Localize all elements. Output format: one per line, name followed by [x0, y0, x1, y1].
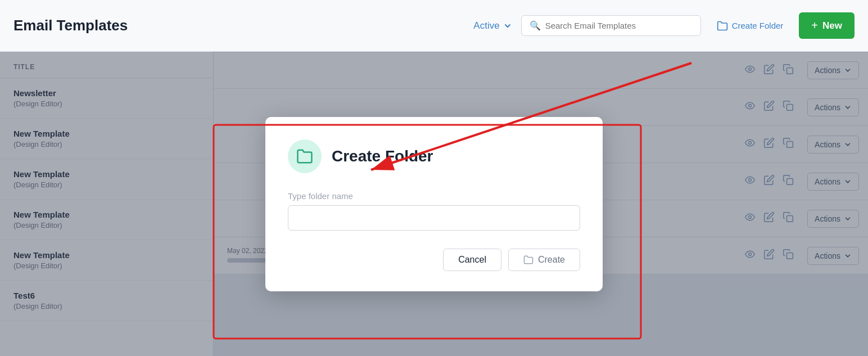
modal-folder-icon-circle — [288, 139, 322, 173]
page-title: Email Templates — [13, 17, 128, 34]
new-button[interactable]: + New — [799, 12, 855, 39]
modal-footer: Cancel Create — [288, 249, 580, 271]
search-box: 🔍 — [521, 15, 701, 36]
create-folder-modal: Create Folder Type folder name Cancel Cr… — [265, 117, 603, 291]
create-folder-button[interactable]: Create Folder — [710, 16, 790, 36]
filter-label: Active — [473, 20, 499, 31]
chevron-down-icon — [503, 21, 512, 30]
cancel-button[interactable]: Cancel — [443, 249, 501, 271]
folder-icon-small — [523, 255, 534, 265]
modal-header: Create Folder — [288, 139, 580, 173]
filter-dropdown[interactable]: Active — [473, 20, 512, 31]
new-label: New — [822, 20, 842, 31]
modal-overlay: Create Folder Type folder name Cancel Cr… — [0, 52, 868, 356]
modal-title: Create Folder — [332, 147, 433, 165]
create-label: Create — [538, 255, 565, 265]
search-icon: 🔍 — [530, 20, 541, 31]
create-button[interactable]: Create — [508, 249, 580, 271]
folder-name-input[interactable] — [288, 205, 580, 231]
create-folder-label: Create Folder — [732, 21, 784, 30]
folder-icon — [296, 148, 313, 165]
plus-icon: + — [811, 19, 818, 32]
search-input[interactable] — [545, 21, 693, 30]
header: Email Templates Active 🔍 Create Folder +… — [0, 0, 868, 52]
folder-icon — [717, 20, 728, 31]
modal-input-label: Type folder name — [288, 191, 580, 201]
